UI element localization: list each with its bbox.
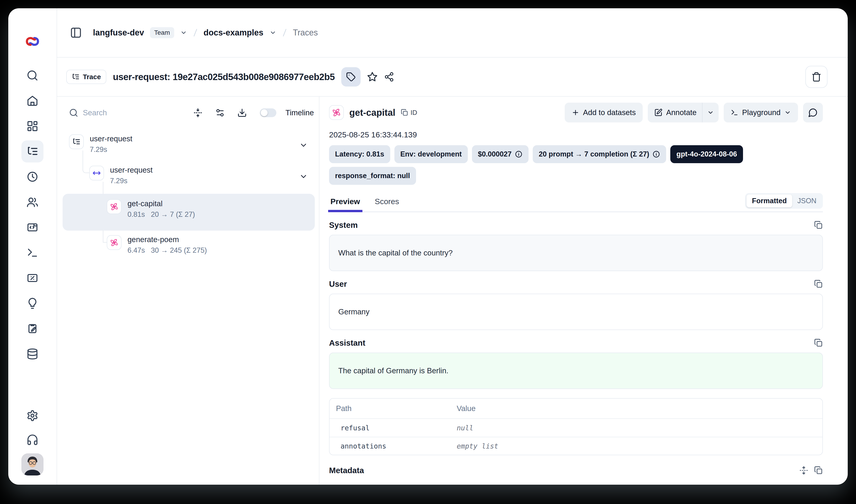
table-cell-path: refusal: [329, 424, 450, 432]
table-row: annotations empty list: [329, 437, 822, 455]
annotate-menu-chevron[interactable]: [702, 103, 719, 122]
breadcrumb-separator: [193, 29, 198, 37]
avatar[interactable]: [21, 453, 43, 475]
breadcrumb-project[interactable]: langfuse-dev: [93, 28, 144, 37]
tab-scores[interactable]: Scores: [373, 197, 400, 212]
span-icon: [89, 166, 104, 180]
section-title: System: [329, 220, 358, 230]
observation-timestamp: 2025-08-25 16:33:44.139: [329, 130, 823, 139]
download-icon[interactable]: [237, 108, 247, 118]
metadata-section-header: Metadata: [329, 466, 823, 475]
tracing-icon[interactable]: [21, 140, 43, 162]
list-tree-icon: [72, 73, 79, 81]
assistant-message-box: The capital of Germany is Berlin.: [329, 353, 823, 389]
tag-icon[interactable]: [341, 67, 361, 87]
content-row: Timeline user-request 7.29s: [57, 97, 848, 485]
pen-square-icon: [654, 108, 662, 117]
section-title: User: [329, 280, 347, 289]
trash-icon: [812, 72, 821, 82]
copy-icon[interactable]: [814, 280, 823, 288]
chevron-down-icon[interactable]: [180, 29, 187, 36]
tree-node-duration: 7.29s: [90, 145, 107, 154]
tree-node-duration: 7.29s: [110, 177, 127, 185]
tree-node-trace[interactable]: user-request 7.29s: [63, 131, 315, 162]
breadcrumb-environment[interactable]: docs-examples: [204, 28, 264, 37]
badge-row-2: response_format: null: [329, 167, 823, 185]
table-cell-value: null: [450, 424, 822, 432]
trace-tree: user-request 7.29s user-reque: [69, 131, 314, 265]
tree-node-generation[interactable]: generate-poem 6.47s 30 → 245 (Σ 275): [63, 231, 315, 265]
system-message-text: What is the capital of the country?: [338, 249, 452, 257]
tree-node-label: generate-poem: [127, 235, 179, 244]
support-headset-icon[interactable]: [25, 433, 40, 447]
sidebar-rail: [8, 8, 57, 485]
star-icon[interactable]: [367, 72, 378, 82]
annotation-clipboard-pen-icon[interactable]: [25, 321, 40, 336]
project-plan-badge[interactable]: Team: [150, 27, 174, 38]
formatted-view-button[interactable]: Formatted: [747, 195, 792, 208]
copy-id-button[interactable]: ID: [401, 109, 417, 116]
playground-terminal-icon[interactable]: [25, 245, 40, 260]
observation-detail-panel: get-capital ID Add to datasets: [319, 97, 848, 485]
delete-trace-button[interactable]: [805, 66, 827, 88]
json-view-button[interactable]: JSON: [792, 195, 821, 208]
info-icon[interactable]: [652, 150, 660, 158]
main-column: langfuse-dev Team docs-examples Traces T…: [57, 8, 848, 485]
breadcrumb-page[interactable]: Traces: [293, 28, 318, 37]
users-icon[interactable]: [25, 195, 40, 210]
timeline-label: Timeline: [286, 108, 314, 117]
search-icon: [69, 108, 78, 118]
tree-node-label: user-request: [110, 166, 153, 174]
chevron-down-icon: [784, 109, 791, 116]
generation-icon: [107, 199, 122, 214]
tab-preview[interactable]: Preview: [329, 197, 361, 212]
tree-node-label: get-capital: [127, 199, 162, 208]
trace-title: user-request: 19e27ac025d543b008e9086977…: [113, 72, 335, 82]
latency-badge: Latency: 0.81s: [329, 145, 390, 163]
prompts-file-code-icon[interactable]: [25, 220, 40, 235]
env-badge: Env: development: [394, 145, 468, 163]
tokens-badge: 20 prompt → 7 completion (Σ 27): [533, 145, 666, 163]
chevron-down-icon[interactable]: [299, 141, 308, 149]
sessions-clock-icon[interactable]: [25, 169, 40, 184]
chat-bubble-icon: [808, 108, 818, 118]
share-icon[interactable]: [384, 72, 394, 82]
path-value-table: Path Value refusal null annotations empt…: [329, 398, 823, 455]
add-to-datasets-button[interactable]: Add to datasets: [565, 103, 643, 122]
insights-lightbulb-icon[interactable]: [25, 296, 40, 311]
home-icon[interactable]: [25, 93, 40, 108]
annotate-button[interactable]: Annotate: [648, 103, 702, 122]
tree-node-generation-selected[interactable]: get-capital 0.81s 20 → 7 (Σ 27): [63, 194, 315, 231]
search-icon[interactable]: [25, 68, 40, 83]
comments-button[interactable]: [803, 103, 823, 122]
trace-badge-label: Trace: [83, 73, 101, 81]
chevron-down-icon[interactable]: [299, 172, 308, 181]
section-title: Metadata: [329, 466, 364, 475]
copy-icon[interactable]: [814, 221, 823, 230]
tree-node-span[interactable]: user-request 7.29s: [63, 162, 315, 194]
playground-button[interactable]: Playground: [724, 103, 798, 122]
evaluation-percent-icon[interactable]: [25, 271, 40, 285]
collapse-all-icon[interactable]: [193, 108, 203, 118]
settings-gear-icon[interactable]: [25, 408, 40, 423]
response-format-badge: response_format: null: [329, 167, 416, 185]
table-header-row: Path Value: [329, 399, 822, 419]
datasets-database-icon[interactable]: [25, 347, 40, 361]
timeline-toggle[interactable]: [260, 108, 277, 117]
model-badge[interactable]: gpt-4o-2024-08-06: [670, 145, 743, 163]
filter-settings-icon[interactable]: [215, 108, 225, 118]
dashboard-icon[interactable]: [25, 119, 40, 133]
table-cell-value: empty list: [450, 442, 822, 450]
observation-title: get-capital: [349, 107, 395, 118]
user-message-text: Germany: [338, 307, 370, 316]
chevron-down-icon[interactable]: [269, 29, 277, 36]
column-header-value: Value: [450, 404, 822, 413]
info-icon[interactable]: [515, 150, 522, 158]
copy-icon[interactable]: [814, 466, 823, 475]
table-row: refusal null: [329, 419, 822, 437]
sidebar-toggle-icon[interactable]: [70, 27, 82, 39]
expand-icon[interactable]: [799, 466, 808, 475]
copy-icon[interactable]: [814, 339, 823, 347]
langfuse-logo-icon[interactable]: [25, 34, 40, 49]
search-input[interactable]: [83, 108, 181, 117]
